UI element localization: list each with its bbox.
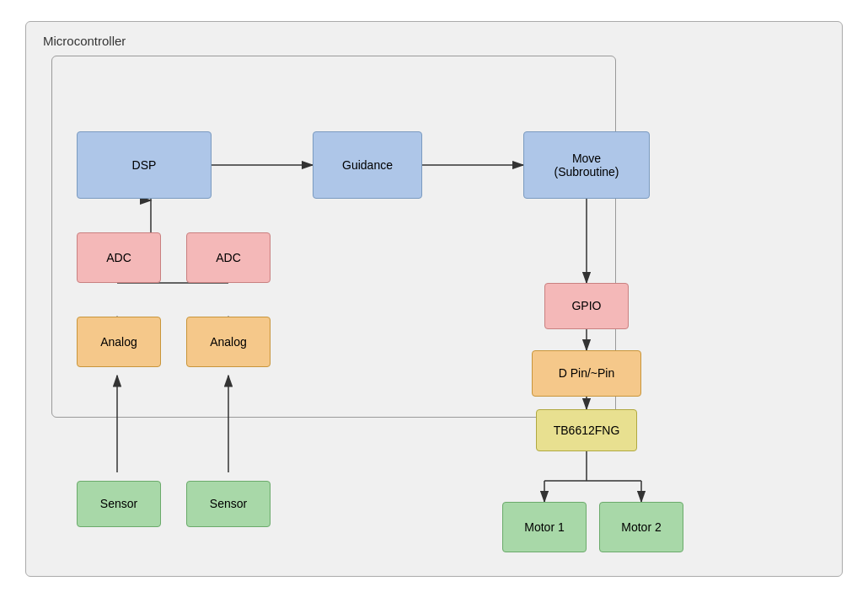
move-box: Move (Subroutine) <box>523 131 650 199</box>
sensor2-box: Sensor <box>186 481 271 527</box>
tb6612fng-box: TB6612FNG <box>536 409 637 451</box>
motor2-box: Motor 2 <box>599 502 683 552</box>
adc2-box: ADC <box>186 232 271 283</box>
motor1-box: Motor 1 <box>502 502 587 552</box>
analog2-box: Analog <box>186 317 271 367</box>
microcontroller-label: Microcontroller <box>43 34 126 48</box>
dpin-box: D Pin/~Pin <box>532 350 641 397</box>
sensor1-box: Sensor <box>77 481 161 527</box>
dsp-box: DSP <box>77 131 212 199</box>
adc1-box: ADC <box>77 232 161 283</box>
diagram-wrapper: Microcontroller <box>25 21 843 577</box>
gpio-box: GPIO <box>544 283 629 329</box>
guidance-box: Guidance <box>313 131 422 199</box>
analog1-box: Analog <box>77 317 161 367</box>
